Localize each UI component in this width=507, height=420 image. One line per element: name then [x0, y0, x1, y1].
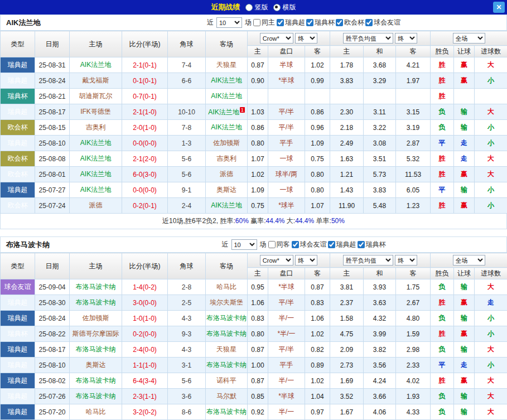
match-count-select[interactable]: 10: [216, 17, 242, 28]
home-team-name: 哈马比: [86, 408, 106, 416]
same-side-checkbox[interactable]: [253, 19, 260, 26]
subcol-header-goals: 进球数: [475, 268, 507, 279]
home-team-name: 胡迪斯瓦尔: [79, 92, 113, 100]
home-team[interactable]: 布洛马波卡纳: [70, 295, 122, 311]
away-team[interactable]: AIK法兰地: [206, 198, 248, 214]
layout-radio-vertical[interactable]: 竖版: [245, 3, 268, 12]
result-handicap: 输: [454, 104, 475, 120]
home-team[interactable]: IFK哥德堡: [70, 104, 122, 120]
subcol-header-odds-away: 客: [305, 46, 330, 57]
home-team[interactable]: AIK法兰地: [70, 57, 122, 73]
away-team[interactable]: AIK法兰地: [206, 73, 248, 89]
home-team[interactable]: 派德: [70, 198, 122, 214]
avg-final-select[interactable]: 终: [395, 33, 417, 44]
away-team[interactable]: 布洛马波卡纳: [206, 311, 248, 326]
home-team[interactable]: 布洛马波卡纳: [70, 279, 122, 295]
away-team[interactable]: 天狼星: [206, 57, 248, 73]
corner-score: 4-3: [168, 342, 206, 358]
avg-odds-select[interactable]: 胜平负均值: [343, 33, 393, 44]
home-team[interactable]: 布洛马波卡纳: [70, 373, 122, 389]
away-team[interactable]: 布洛马波卡纳: [206, 358, 248, 373]
away-team[interactable]: 埃尔夫斯堡: [206, 295, 248, 311]
same-side-filter[interactable]: 同主: [253, 18, 275, 27]
result-outcome: 负: [431, 279, 454, 295]
away-team[interactable]: AIK法兰地1: [206, 104, 248, 120]
league-filter[interactable]: 瑞典超: [328, 240, 356, 249]
league-filter[interactable]: 球会友谊: [365, 18, 400, 27]
home-team[interactable]: 戴戈福斯: [70, 73, 122, 89]
avg-final-select[interactable]: 终: [395, 255, 417, 265]
away-team[interactable]: 马尔默: [206, 389, 248, 404]
away-team[interactable]: 佐加顿斯: [206, 136, 248, 151]
card-badge: 1: [240, 107, 245, 113]
league-type-badge: 欧会杯: [1, 167, 35, 182]
home-team[interactable]: 吉奥利: [70, 120, 122, 136]
corner-score: 5-6: [168, 151, 206, 167]
away-team[interactable]: AIK法兰地: [206, 89, 248, 104]
league-filter-checkbox[interactable]: [328, 241, 335, 248]
odds-final-select[interactable]: 终: [295, 33, 317, 44]
away-team[interactable]: 奥斯达: [206, 182, 248, 198]
league-filter-checkbox[interactable]: [358, 241, 365, 248]
same-side-filter[interactable]: 同客: [268, 240, 290, 249]
match-table: 类型 日期 主场 比分(半场) 角球 客场 Crow* 终 胜平负均值 终: [0, 31, 507, 214]
odds-handicap: 平手: [268, 358, 305, 373]
home-team[interactable]: AIK法兰地: [70, 151, 122, 167]
league-filter-checkbox[interactable]: [306, 19, 313, 26]
odds-company-select[interactable]: Crow*: [260, 255, 293, 265]
home-team[interactable]: AIK法兰地: [70, 182, 122, 198]
layout-radio-horizontal[interactable]: 横版: [273, 3, 296, 12]
league-filter-label: 瑞典超: [285, 18, 305, 27]
close-button[interactable]: ✕: [493, 2, 505, 13]
avg-odds-select[interactable]: 胜平负均值: [343, 255, 393, 265]
away-team[interactable]: 诺科平: [206, 373, 248, 389]
away-team[interactable]: 布洛马波卡纳: [206, 404, 248, 420]
league-filter[interactable]: 球会友谊: [292, 240, 327, 249]
league-filter[interactable]: 欧会杯: [336, 18, 364, 27]
odds-away: 1.09: [305, 136, 330, 151]
corner-score: 7-8: [168, 120, 206, 136]
home-team[interactable]: 佐加顿斯: [70, 311, 122, 326]
away-team[interactable]: 吉奥利: [206, 151, 248, 167]
col-header-home: 主场: [70, 253, 122, 279]
avg-away: 2.67: [396, 295, 431, 311]
match-scope-select[interactable]: 全场: [453, 255, 485, 265]
subcol-header-handicap: 盘口: [268, 268, 305, 279]
radio-icon-vertical[interactable]: [245, 4, 253, 11]
league-filters: 瑞典超瑞典杯欧会杯球会友谊: [277, 18, 400, 27]
result-goals: 大: [475, 151, 507, 167]
away-team[interactable]: 布洛马波卡纳: [206, 326, 248, 342]
same-side-checkbox[interactable]: [268, 241, 276, 248]
odds-final-select[interactable]: 终: [295, 255, 317, 265]
league-filter-checkbox[interactable]: [365, 19, 373, 26]
match-scope-select[interactable]: 全场: [453, 33, 485, 44]
home-team[interactable]: 斯德哥尔摩国际: [70, 326, 122, 342]
league-filter-checkbox[interactable]: [277, 19, 284, 26]
radio-icon-horizontal[interactable]: [273, 4, 281, 11]
home-team[interactable]: 布洛马波卡纳: [70, 342, 122, 358]
odds-away: 0.80: [305, 182, 330, 198]
away-team[interactable]: 派德: [206, 167, 248, 182]
home-team[interactable]: 奥斯达: [70, 358, 122, 373]
odds-company-select[interactable]: Crow*: [260, 33, 293, 44]
league-filter[interactable]: 瑞典杯: [306, 18, 335, 27]
result-handicap: 赢: [454, 198, 475, 214]
col-header-away: 客场: [206, 31, 248, 57]
league-filter-checkbox[interactable]: [336, 19, 343, 26]
away-team[interactable]: 天狼星: [206, 342, 248, 358]
away-team[interactable]: 哈马比: [206, 279, 248, 295]
home-team[interactable]: AIK法兰地: [70, 136, 122, 151]
home-team[interactable]: 布洛马波卡纳: [70, 389, 122, 404]
away-team[interactable]: AIK法兰地: [206, 120, 248, 136]
league-filter[interactable]: 瑞典超: [277, 18, 305, 27]
home-team[interactable]: 胡迪斯瓦尔: [70, 89, 122, 104]
match-count-select[interactable]: 10: [231, 239, 257, 250]
home-team[interactable]: AIK法兰地: [70, 167, 122, 182]
league-filter[interactable]: 瑞典杯: [358, 240, 386, 249]
home-team[interactable]: 哈马比: [70, 404, 122, 420]
league-type-badge: 瑞典超: [1, 389, 35, 404]
league-type-badge: 瑞典超: [1, 57, 35, 73]
summary-text: 近10场,胜6平2负2, 胜率:: [162, 217, 235, 225]
league-filter-checkbox[interactable]: [292, 241, 299, 248]
col-header-corner: 角球: [168, 253, 206, 279]
